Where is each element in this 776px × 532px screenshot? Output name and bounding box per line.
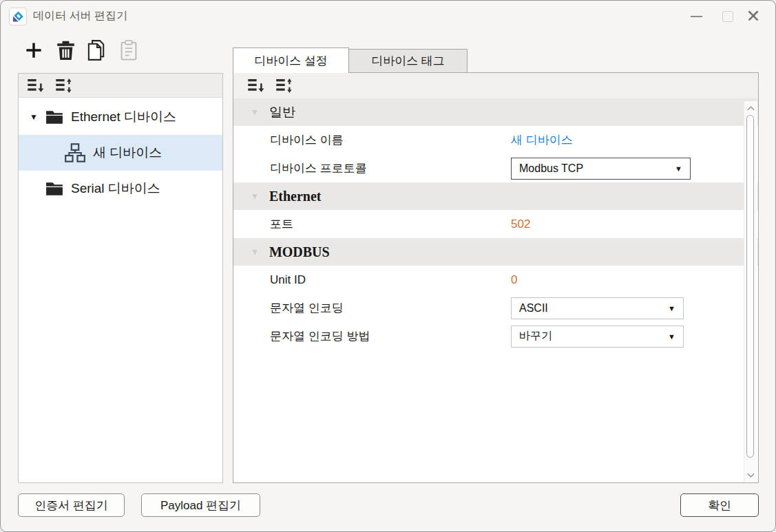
field-value: 502 <box>511 210 530 238</box>
trash-icon <box>56 40 75 63</box>
field-value: ASCII▼ <box>511 294 684 322</box>
delete-device-button[interactable] <box>53 39 78 64</box>
section-title: MODBUS <box>269 244 330 260</box>
maximize-icon <box>722 11 733 22</box>
field-value-number[interactable]: 0 <box>511 273 517 287</box>
section-title: Ethernet <box>269 189 322 204</box>
add-device-button[interactable] <box>21 39 46 64</box>
tree-item-folder[interactable]: Serial 디바이스 <box>19 171 222 206</box>
chevron-down-icon: ▼ <box>668 304 675 312</box>
field-value: 새 디바이스 <box>511 126 573 154</box>
tree-sort-toolbar <box>19 74 222 98</box>
collapse-arrow-icon: ▼ <box>251 247 259 257</box>
field-row: Unit ID0 <box>233 266 758 294</box>
paste-icon <box>120 40 138 63</box>
vertical-scrollbar[interactable] <box>744 101 757 482</box>
network-icon <box>65 143 85 162</box>
section-header[interactable]: ▼Ethernet <box>233 182 758 210</box>
field-row: 디바이스 이름새 디바이스 <box>233 126 758 154</box>
field-row: 문자열 인코딩ASCII▼ <box>233 294 758 322</box>
collapse-arrow-icon: ▼ <box>251 191 259 201</box>
data-server-editor-window: 데이터 서버 편집기 ✕ <box>0 0 776 532</box>
copy-device-button[interactable] <box>85 39 109 64</box>
folder-icon <box>45 181 63 196</box>
window-title: 데이터 서버 편집기 <box>33 9 127 23</box>
field-value-number[interactable]: 502 <box>511 217 530 231</box>
collapse-arrow-icon: ▼ <box>251 107 259 117</box>
settings-sort-toolbar <box>233 73 758 98</box>
dropdown-selected-value: ASCII <box>519 302 548 315</box>
device-tree: ▼Ethernet 디바이스새 디바이스Serial 디바이스 <box>19 98 222 206</box>
dropdown[interactable]: Modbus TCP▼ <box>511 158 691 180</box>
field-label: Unit ID <box>270 273 306 287</box>
minimize-button[interactable] <box>680 1 712 32</box>
close-button[interactable]: ✕ <box>744 1 775 32</box>
scrollbar-thumb[interactable] <box>746 115 754 458</box>
sort-descending-icon[interactable] <box>246 76 265 96</box>
device-settings-panel: ▼일반디바이스 이름새 디바이스디바이스 프로토콜Modbus TCP▼▼Eth… <box>233 72 759 483</box>
paste-device-button[interactable] <box>116 39 141 64</box>
field-label: 문자열 인코딩 <box>270 300 344 316</box>
dropdown-selected-value: Modbus TCP <box>519 162 583 175</box>
close-icon: ✕ <box>746 8 761 25</box>
ok-button[interactable]: 확인 <box>680 493 759 517</box>
window-frame: 데이터 서버 편집기 ✕ <box>0 0 776 532</box>
scroll-up-button[interactable] <box>744 103 757 114</box>
tree-item-label: Serial 디바이스 <box>71 180 160 198</box>
field-value-link[interactable]: 새 디바이스 <box>511 132 573 148</box>
plus-icon <box>23 40 44 63</box>
field-label: 디바이스 이름 <box>270 132 344 148</box>
maximize-button[interactable] <box>712 1 744 32</box>
section-header[interactable]: ▼일반 <box>233 98 758 126</box>
field-value: Modbus TCP▼ <box>511 154 691 182</box>
certificate-editor-button[interactable]: 인증서 편집기 <box>18 493 125 517</box>
settings-rows: ▼일반디바이스 이름새 디바이스디바이스 프로토콜Modbus TCP▼▼Eth… <box>233 98 758 350</box>
field-value: 바꾸기▼ <box>511 322 684 350</box>
field-value: 0 <box>511 266 517 294</box>
chevron-down-icon: ▼ <box>675 164 682 173</box>
expand-arrow-icon[interactable]: ▼ <box>28 112 39 122</box>
sort-reorder-icon[interactable] <box>274 76 293 96</box>
field-label: 디바이스 프로토콜 <box>270 160 367 176</box>
tree-item-device[interactable]: 새 디바이스 <box>19 135 222 171</box>
tree-item-label: 새 디바이스 <box>93 144 162 162</box>
tab-device-tags[interactable]: 디바이스 태그 <box>348 49 468 72</box>
sort-descending-icon[interactable] <box>25 76 45 95</box>
field-label: 포트 <box>270 216 293 232</box>
field-row: 디바이스 프로토콜Modbus TCP▼ <box>233 154 758 182</box>
device-tree-panel: ▼Ethernet 디바이스새 디바이스Serial 디바이스 <box>18 73 223 483</box>
app-logo-icon <box>9 8 27 25</box>
tree-item-folder[interactable]: ▼Ethernet 디바이스 <box>19 99 222 135</box>
folder-icon <box>45 109 63 125</box>
minimize-icon <box>691 16 702 17</box>
field-row: 문자열 인코딩 방법바꾸기▼ <box>233 322 758 350</box>
section-header[interactable]: ▼MODBUS <box>233 238 758 266</box>
section-title: 일반 <box>269 103 295 121</box>
chevron-down-icon: ▼ <box>668 332 675 341</box>
dropdown[interactable]: ASCII▼ <box>511 297 684 319</box>
field-label: 문자열 인코딩 방법 <box>270 328 370 344</box>
payload-editor-button[interactable]: Payload 편집기 <box>141 493 260 517</box>
scroll-down-button[interactable] <box>744 469 757 480</box>
dropdown[interactable]: 바꾸기▼ <box>511 326 684 348</box>
field-row: 포트502 <box>233 210 758 238</box>
window-controls: ✕ <box>680 1 775 32</box>
sort-reorder-icon[interactable] <box>54 76 73 95</box>
title-bar[interactable]: 데이터 서버 편집기 ✕ <box>1 1 775 32</box>
tab-device-settings[interactable]: 디바이스 설정 <box>233 47 349 73</box>
copy-icon <box>87 40 107 63</box>
tree-item-label: Ethernet 디바이스 <box>71 108 176 126</box>
dropdown-selected-value: 바꾸기 <box>519 329 552 343</box>
device-toolbar <box>21 39 141 64</box>
